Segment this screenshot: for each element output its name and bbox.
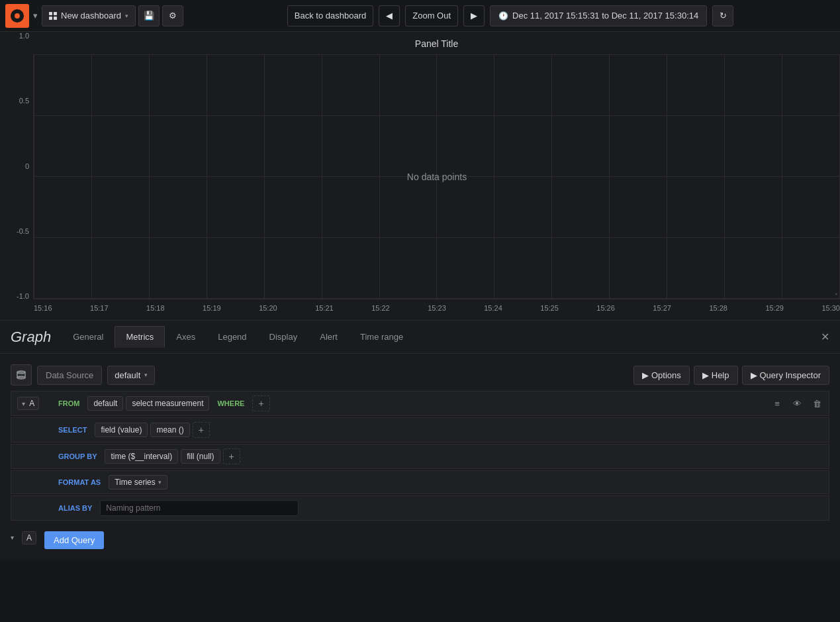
tab-time-range[interactable]: Time range xyxy=(349,326,414,348)
add-query-collapse: ▾ xyxy=(11,534,14,541)
datasource-label: Data Source xyxy=(37,366,102,385)
group-by-add-button[interactable]: + xyxy=(223,448,240,464)
help-button[interactable]: ▶ Help xyxy=(694,366,738,385)
zoom-prev-button[interactable]: ◀ xyxy=(379,5,400,26)
add-query-button[interactable]: Add Query xyxy=(44,531,104,549)
dashboard-title: New dashboard xyxy=(61,11,121,21)
field-value-tag[interactable]: field (value) xyxy=(95,423,148,437)
vl-4 xyxy=(207,54,207,299)
vl-1 xyxy=(34,54,34,299)
x-label-1: 15:16 xyxy=(34,304,52,312)
cylinder-icon xyxy=(16,370,26,380)
list-view-button[interactable]: ≡ xyxy=(768,394,786,413)
add-query-a-badge: A xyxy=(22,531,36,544)
from-measurement-tag[interactable]: select measurement xyxy=(126,396,209,411)
alias-by-label-cell xyxy=(11,505,48,511)
no-data-message: No data points xyxy=(407,172,467,182)
back-to-dashboard-button[interactable]: Back to dashboard xyxy=(287,5,373,26)
x-label-9: 15:24 xyxy=(484,304,502,312)
mean-value-tag[interactable]: mean () xyxy=(150,423,189,437)
where-keyword: WHERE xyxy=(212,397,250,409)
clock-icon: 🕐 xyxy=(498,11,508,21)
refresh-button[interactable]: ↻ xyxy=(712,5,733,26)
vl-13 xyxy=(724,54,725,299)
chart-canvas: No data points 15:16 15:17 15:18 15:19 1… xyxy=(33,54,840,299)
x-label-11: 15:26 xyxy=(596,304,615,312)
query-section: Data Source default ▾ ▶ Options ▶ Help ▶… xyxy=(0,354,840,560)
y-label-4: -0.5 xyxy=(17,227,29,235)
x-label-7: 15:22 xyxy=(371,304,390,312)
select-label-cell xyxy=(11,427,48,433)
from-row: ▾ A FROM default select measurement WHER… xyxy=(11,391,829,416)
format-as-label-cell xyxy=(11,480,48,485)
vl-14 xyxy=(782,54,782,299)
visibility-button[interactable]: 👁 xyxy=(788,394,806,413)
from-label-cell: ▾ A xyxy=(11,394,48,413)
vl-11 xyxy=(609,54,610,299)
x-label-5: 15:20 xyxy=(259,304,277,312)
query-builder: ▾ A FROM default select measurement WHER… xyxy=(11,391,829,521)
tab-legend[interactable]: Legend xyxy=(207,326,257,348)
zoom-out-label: Zoom Out xyxy=(412,11,451,21)
x-label-12: 15:27 xyxy=(653,304,671,312)
alias-by-row: ALIAS BY xyxy=(11,495,829,521)
format-as-select[interactable]: Time series ▾ xyxy=(109,475,167,490)
inspector-arrow: ▶ xyxy=(751,370,757,380)
x-label-15: 15:30 xyxy=(821,304,840,312)
tab-axes[interactable]: Axes xyxy=(165,326,207,348)
select-row: SELECT field (value) mean () + xyxy=(11,417,829,442)
tab-general[interactable]: General xyxy=(62,326,115,348)
select-add-button[interactable]: + xyxy=(193,422,210,438)
tab-display[interactable]: Display xyxy=(258,326,309,348)
prev-icon: ◀ xyxy=(386,11,393,21)
add-query-row: ▾ A Add Query xyxy=(11,526,829,549)
logo-caret: ▾ xyxy=(33,11,38,21)
tab-list: General Metrics Axes Legend Display Aler… xyxy=(62,326,414,348)
zoom-out-button[interactable]: Zoom Out xyxy=(405,5,458,26)
y-label-1: 1.0 xyxy=(19,32,29,40)
zoom-next-button[interactable]: ▶ xyxy=(463,5,485,26)
grafana-logo[interactable] xyxy=(5,4,29,28)
delete-query-button[interactable]: 🗑 xyxy=(808,394,826,413)
next-icon: ▶ xyxy=(471,11,477,21)
settings-button[interactable]: ⚙ xyxy=(162,5,183,26)
fill-null-tag[interactable]: fill (null) xyxy=(181,449,220,464)
y-label-2: 0.5 xyxy=(19,97,29,105)
chart-area: Panel Title 1.0 0.5 0 -0.5 -1.0 xyxy=(0,32,840,320)
chart-title: Panel Title xyxy=(33,38,840,49)
query-a-badge[interactable]: ▾ A xyxy=(17,397,40,410)
help-arrow: ▶ xyxy=(702,370,709,380)
chart-watermark: ▪ xyxy=(835,290,837,297)
vl-6 xyxy=(322,54,322,299)
close-panel-button[interactable]: ✕ xyxy=(821,331,829,343)
where-add-button[interactable]: + xyxy=(252,395,269,411)
dashboard-menu-button[interactable]: New dashboard ▾ xyxy=(42,5,136,26)
topnav: ▾ New dashboard ▾ 💾 ⚙ Back to dashboard … xyxy=(0,0,840,32)
x-label-13: 15:28 xyxy=(709,304,727,312)
tab-alert[interactable]: Alert xyxy=(308,326,349,348)
group-by-label-cell xyxy=(11,454,48,459)
options-button[interactable]: ▶ Options xyxy=(633,366,690,385)
grid-icon xyxy=(49,12,57,20)
time-interval-tag[interactable]: time ($__interval) xyxy=(105,449,178,464)
group-by-keyword: GROUP BY xyxy=(53,450,102,462)
alias-by-input[interactable] xyxy=(100,500,299,516)
y-label-3: 0 xyxy=(25,162,29,170)
dashboard-caret: ▾ xyxy=(125,13,128,19)
settings-icon: ⚙ xyxy=(169,11,177,21)
group-by-content: GROUP BY time ($__interval) fill (null) … xyxy=(48,444,246,468)
datasource-value: default xyxy=(115,370,140,380)
tab-metrics[interactable]: Metrics xyxy=(115,326,165,348)
x-label-6: 15:21 xyxy=(315,304,334,312)
query-inspector-button[interactable]: ▶ Query Inspector xyxy=(742,366,830,385)
datasource-row: Data Source default ▾ ▶ Options ▶ Help ▶… xyxy=(11,364,829,386)
datasource-select[interactable]: default ▾ xyxy=(107,366,155,385)
time-range-picker[interactable]: 🕐 Dec 11, 2017 15:15:31 to Dec 11, 2017 … xyxy=(490,5,707,26)
vl-3 xyxy=(149,54,150,299)
save-button[interactable]: 💾 xyxy=(138,5,160,26)
from-db-tag[interactable]: default xyxy=(87,396,123,411)
x-label-10: 15:25 xyxy=(540,304,559,312)
nav-center: Back to dashboard ◀ Zoom Out ▶ 🕐 Dec 11,… xyxy=(186,5,835,26)
from-content: FROM default select measurement WHERE + xyxy=(48,391,275,415)
edit-panel: Graph General Metrics Axes Legend Displa… xyxy=(0,320,840,560)
